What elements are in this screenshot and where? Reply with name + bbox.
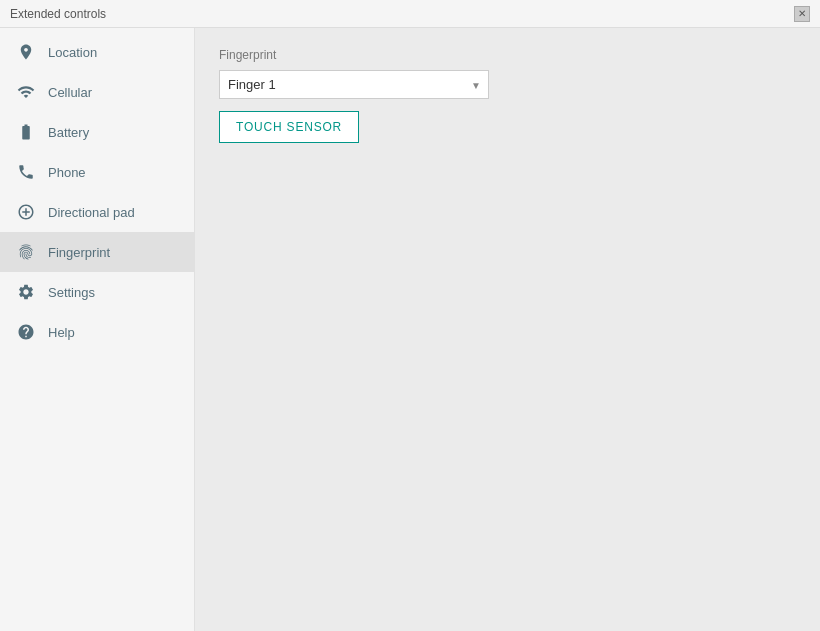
sidebar-item-phone[interactable]: Phone [0,152,194,192]
sidebar-item-phone-label: Phone [48,165,86,180]
content-area: Fingerprint Finger 1 Finger 2 Finger 3 F… [195,28,820,631]
sidebar: Location Cellular Battery [0,28,195,631]
fingerprint-section-label: Fingerprint [219,48,796,62]
phone-icon [16,162,36,182]
fingerprint-section: Fingerprint Finger 1 Finger 2 Finger 3 F… [219,48,796,143]
sidebar-item-location[interactable]: Location [0,32,194,72]
sidebar-item-cellular[interactable]: Cellular [0,72,194,112]
main-content: Location Cellular Battery [0,28,820,631]
sidebar-item-battery[interactable]: Battery [0,112,194,152]
sidebar-item-fingerprint-label: Fingerprint [48,245,110,260]
help-icon [16,322,36,342]
sidebar-item-directional-pad-label: Directional pad [48,205,135,220]
sidebar-item-fingerprint[interactable]: Fingerprint [0,232,194,272]
touch-sensor-button[interactable]: TOUCH SENSOR [219,111,359,143]
sidebar-item-location-label: Location [48,45,97,60]
battery-icon [16,122,36,142]
title-bar: Extended controls ✕ [0,0,820,28]
location-icon [16,42,36,62]
app-container: Extended controls ✕ Location Cellu [0,0,820,631]
sidebar-item-settings[interactable]: Settings [0,272,194,312]
finger-select-wrapper: Finger 1 Finger 2 Finger 3 Finger 4 Fing… [219,70,489,99]
title-bar-label: Extended controls [10,7,106,21]
cellular-icon [16,82,36,102]
sidebar-item-cellular-label: Cellular [48,85,92,100]
finger-select[interactable]: Finger 1 Finger 2 Finger 3 Finger 4 Fing… [219,70,489,99]
dpad-icon [16,202,36,222]
sidebar-item-settings-label: Settings [48,285,95,300]
sidebar-item-battery-label: Battery [48,125,89,140]
sidebar-item-help-label: Help [48,325,75,340]
sidebar-item-directional-pad[interactable]: Directional pad [0,192,194,232]
sidebar-item-help[interactable]: Help [0,312,194,352]
settings-icon [16,282,36,302]
fingerprint-icon [16,242,36,262]
close-button[interactable]: ✕ [794,6,810,22]
